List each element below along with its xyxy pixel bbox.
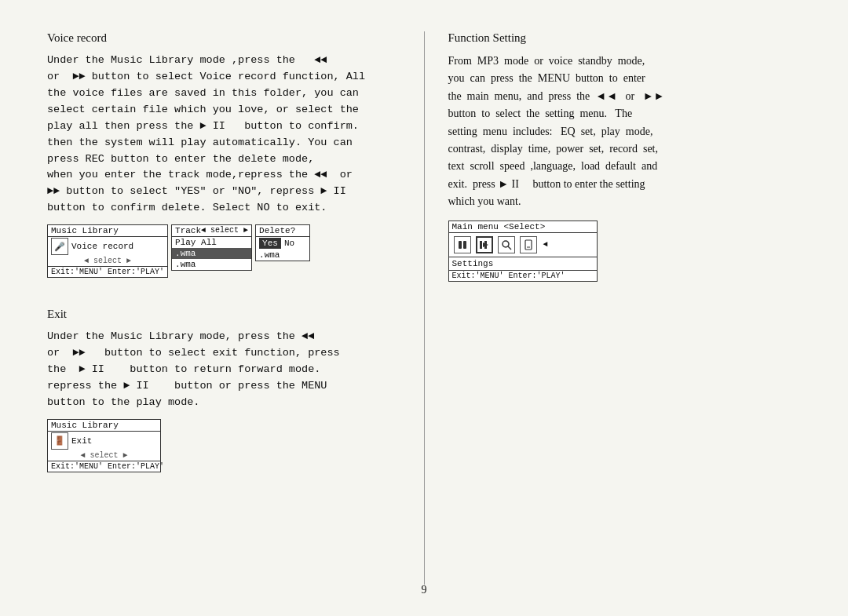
exit-label: Exit	[71, 436, 92, 446]
yes-label: Yes	[259, 238, 281, 249]
left-column: Voice record Under the Music Library mod…	[47, 31, 400, 585]
main-menu-box: Main menu <Select>	[448, 221, 598, 282]
menu-arrow: ◄	[543, 240, 548, 249]
svg-rect-1	[463, 241, 466, 249]
function-setting-title: Function Setting	[448, 31, 802, 45]
play-all-row: Play All	[172, 237, 251, 248]
wma-delete-row: .wma	[256, 250, 309, 261]
track-label: Track	[175, 226, 201, 235]
music-lib-footer: Exit:'MENU' Enter:'PLAY'	[48, 266, 167, 277]
voice-record-ui-mock: Music Library 🎤 Voice record ◄ select ► …	[47, 224, 400, 278]
main-menu-settings-label: Settings	[449, 257, 597, 270]
track-header: Track ◄ select ►	[172, 225, 251, 237]
delete-header: Delete?	[256, 225, 309, 237]
menu-icon-4	[520, 236, 537, 253]
page-number: 9	[422, 584, 427, 596]
svg-rect-7	[525, 240, 532, 250]
exit-icon: 🚪	[51, 432, 68, 450]
menu-icon-3	[498, 236, 515, 253]
main-menu-icons-row: ◄	[449, 233, 597, 257]
exit-select: ◄ select ►	[48, 450, 160, 461]
menu-icon-2	[476, 236, 493, 253]
main-menu-ui: Main menu <Select>	[448, 221, 802, 282]
menu-icon-1	[454, 236, 471, 253]
music-library-box: Music Library 🎤 Voice record ◄ select ► …	[47, 224, 168, 278]
yes-no-row: Yes No	[256, 237, 309, 250]
svg-rect-0	[459, 241, 462, 249]
wma-selected-row: .wma	[172, 248, 251, 259]
exit-ui-mock: Music Library 🚪 Exit ◄ select ► Exit:'ME…	[47, 419, 400, 472]
delete-box: Delete? Yes No .wma	[255, 224, 310, 261]
exit-title: Exit	[47, 308, 400, 321]
voice-icon: 🎤	[51, 238, 68, 255]
exit-music-library-box: Music Library 🚪 Exit ◄ select ► Exit:'ME…	[47, 419, 161, 472]
exit-body: Under the Music Library mode, press the …	[47, 329, 400, 411]
wma2-row: .wma	[172, 259, 251, 270]
function-setting-body: From MP3 mode or voice standby mode, you…	[448, 53, 802, 211]
right-column: Function Setting From MP3 mode or voice …	[448, 31, 802, 585]
main-menu-header: Main menu <Select>	[449, 221, 597, 233]
exit-music-library-header: Music Library	[48, 420, 160, 432]
svg-point-5	[503, 241, 509, 247]
music-library-header: Music Library	[48, 225, 167, 237]
track-select-right: ◄ select ►	[201, 226, 248, 235]
voice-record-title: Voice record	[47, 31, 400, 45]
voice-record-body: Under the Music Library mode ,press the …	[47, 53, 400, 217]
exit-section: Exit Under the Music Library mode, press…	[47, 308, 400, 472]
svg-rect-2	[480, 241, 482, 249]
column-divider	[424, 31, 425, 585]
voice-record-label: Voice record	[71, 242, 133, 251]
music-lib-select: ◄ select ►	[48, 256, 167, 266]
voice-record-row: 🎤 Voice record	[48, 237, 167, 256]
main-menu-footer: Exit:'MENU' Enter:'PLAY'	[449, 270, 597, 281]
exit-footer: Exit:'MENU' Enter:'PLAY'	[48, 461, 160, 472]
track-box: Track ◄ select ► Play All .wma .wma	[171, 224, 252, 271]
no-label: No	[284, 239, 294, 248]
svg-line-6	[508, 246, 511, 250]
exit-row: 🚪 Exit	[48, 432, 160, 450]
